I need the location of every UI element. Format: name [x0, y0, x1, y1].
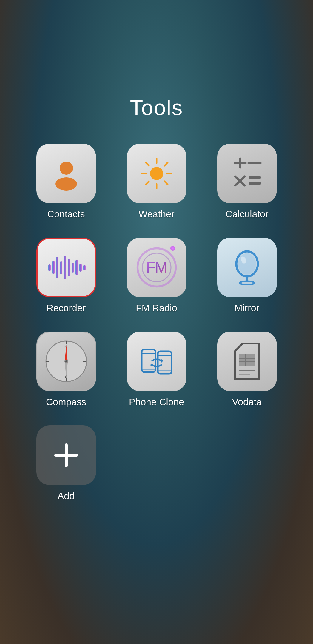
- svg-line-7: [146, 162, 149, 166]
- svg-rect-19: [52, 261, 55, 274]
- fmradio-icon: FM: [127, 238, 186, 297]
- svg-point-46: [65, 360, 67, 362]
- app-contacts[interactable]: Contacts: [33, 144, 99, 220]
- mirror-icon: [217, 238, 277, 297]
- svg-point-2: [150, 167, 163, 180]
- vodata-label: Vodata: [232, 397, 262, 408]
- svg-point-0: [60, 162, 73, 175]
- svg-rect-27: [83, 265, 86, 270]
- svg-point-1: [55, 177, 77, 191]
- phoneclone-label: Phone Clone: [129, 397, 184, 408]
- vodata-icon: [217, 332, 277, 391]
- svg-point-31: [238, 253, 256, 275]
- svg-rect-16: [249, 176, 261, 179]
- page-title: Tools: [0, 0, 313, 120]
- contacts-label: Contacts: [47, 209, 85, 220]
- app-weather[interactable]: Weather: [124, 144, 189, 220]
- app-calculator[interactable]: Calculator: [214, 144, 280, 220]
- mirror-label: Mirror: [235, 303, 260, 314]
- app-recorder[interactable]: Recorder: [33, 238, 99, 314]
- calculator-icon: [217, 144, 277, 203]
- phoneclone-icon: [127, 332, 186, 391]
- fmradio-label: FM Radio: [136, 303, 177, 314]
- svg-marker-54: [150, 363, 152, 367]
- app-phoneclone[interactable]: Phone Clone: [124, 332, 189, 408]
- recorder-icon: [36, 238, 96, 297]
- svg-point-33: [240, 281, 254, 285]
- app-grid: Contacts Weather: [0, 144, 313, 501]
- app-mirror[interactable]: Mirror: [214, 238, 280, 314]
- weather-label: Weather: [138, 209, 174, 220]
- svg-line-8: [164, 181, 168, 185]
- svg-line-9: [164, 162, 168, 166]
- recorder-label: Recorder: [47, 303, 86, 314]
- app-vodata[interactable]: Vodata: [214, 332, 280, 408]
- compass-icon: N S: [36, 332, 96, 391]
- app-add[interactable]: Add: [33, 425, 99, 501]
- svg-rect-23: [68, 259, 70, 276]
- svg-rect-22: [64, 256, 66, 279]
- svg-line-10: [146, 181, 149, 185]
- weather-icon: [127, 144, 186, 203]
- svg-rect-21: [60, 261, 62, 274]
- svg-rect-25: [75, 260, 78, 275]
- svg-rect-17: [249, 182, 261, 185]
- svg-rect-20: [56, 257, 58, 278]
- svg-marker-53: [161, 359, 163, 363]
- svg-rect-26: [79, 264, 82, 272]
- svg-point-28: [138, 248, 176, 287]
- compass-label: Compass: [46, 397, 86, 408]
- app-fmradio[interactable]: FM FM Radio: [124, 238, 189, 314]
- svg-rect-24: [72, 263, 74, 273]
- svg-rect-55: [239, 354, 255, 366]
- svg-rect-18: [48, 264, 51, 271]
- add-icon: [36, 425, 96, 485]
- svg-point-29: [142, 253, 171, 282]
- add-label: Add: [58, 490, 75, 501]
- svg-text:N: N: [64, 345, 67, 349]
- contacts-icon: [36, 144, 96, 203]
- app-compass[interactable]: N S Compass: [33, 332, 99, 408]
- calculator-label: Calculator: [225, 209, 268, 220]
